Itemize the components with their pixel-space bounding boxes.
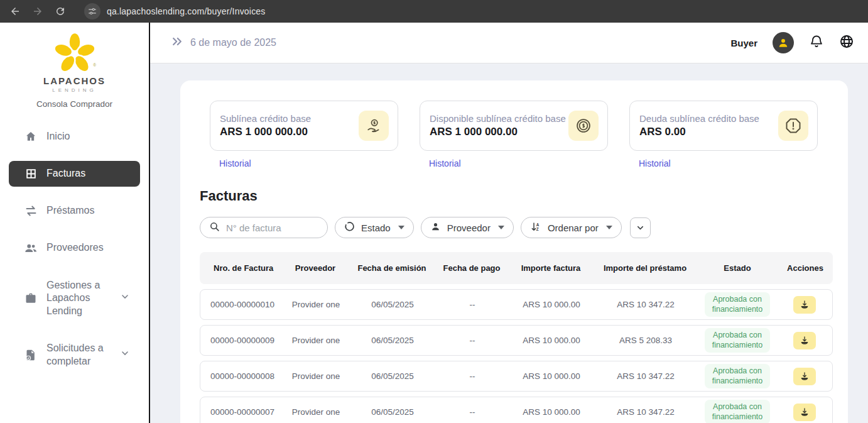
payment-date: -- xyxy=(435,336,509,345)
download-icon xyxy=(800,300,810,310)
invoice-search[interactable] xyxy=(200,217,328,238)
status-badge: Aprobada con financiamiento xyxy=(705,292,770,317)
table-row: 00000-00000008 Provider one 06/05/2025 -… xyxy=(200,361,833,392)
loan-amount: ARS 10 347.22 xyxy=(594,300,698,309)
col-header: Proveedor xyxy=(281,263,349,273)
search-icon xyxy=(209,221,220,234)
provider: Provider one xyxy=(282,300,350,309)
payment-date: -- xyxy=(435,371,509,381)
historial-link[interactable]: Historial xyxy=(219,158,251,168)
chevron-down-icon xyxy=(636,223,645,233)
forward-icon[interactable] xyxy=(31,5,44,18)
lapachos-flower-icon: ® xyxy=(52,33,98,74)
sidebar-item-inicio[interactable]: Inicio xyxy=(9,124,140,150)
main-panel: Sublínea crédito base ARS 1 000 000.00 H… xyxy=(180,80,848,423)
estado-filter[interactable]: Estado xyxy=(335,217,414,238)
svg-text:®: ® xyxy=(93,63,96,67)
sidebar-item-gestiones[interactable]: Gestiones a Lapachos Lending xyxy=(9,273,140,324)
historial-link[interactable]: Historial xyxy=(429,158,461,168)
issue-date: 06/05/2025 xyxy=(350,300,435,309)
debt-card: Deuda sublínea crédito base ARS 0.00 xyxy=(629,101,818,151)
download-button[interactable] xyxy=(793,332,816,349)
logo-subtitle: LENDING xyxy=(0,87,149,93)
sidebar-item-label: Facturas xyxy=(46,167,85,180)
historial-link[interactable]: Historial xyxy=(639,158,671,168)
estado-label: Estado xyxy=(361,222,391,233)
site-settings-icon[interactable] xyxy=(84,3,100,19)
table-row: 00000-00000010 Provider one 06/05/2025 -… xyxy=(200,289,833,320)
logo: ® LAPACHOS LENDING Consola Comprador xyxy=(0,33,149,109)
status-circle-icon xyxy=(344,221,355,234)
current-date: 6 de mayo de 2025 xyxy=(190,37,276,48)
sidebar-item-label: Préstamos xyxy=(46,204,94,217)
status-badge: Aprobada con financiamiento xyxy=(705,400,770,423)
sidebar-item-facturas[interactable]: Facturas xyxy=(9,161,140,187)
caret-down-icon xyxy=(398,226,404,229)
download-button[interactable] xyxy=(793,368,816,385)
caret-down-icon xyxy=(498,226,504,229)
alert-octagon-icon xyxy=(778,111,808,141)
invoice-amount: ARS 10 000.00 xyxy=(509,300,594,309)
expand-filters-button[interactable] xyxy=(630,217,651,238)
status-badge: Aprobada con financiamiento xyxy=(705,328,770,353)
provider: Provider one xyxy=(282,371,350,381)
download-icon xyxy=(800,407,810,417)
card-title: Sublínea crédito base xyxy=(220,113,311,124)
available-credit-card: Disponible sublínea crédito base ARS 1 0… xyxy=(420,101,608,151)
proveedor-filter[interactable]: Proveedor xyxy=(421,217,514,238)
sidebar-item-solicitudes[interactable]: Solicitudes a completar xyxy=(9,336,140,375)
download-button[interactable] xyxy=(793,296,816,314)
provider: Provider one xyxy=(282,407,350,417)
download-button[interactable] xyxy=(793,404,816,421)
home-icon xyxy=(24,130,38,143)
col-header: Importe del préstamo xyxy=(593,263,697,273)
download-icon xyxy=(800,336,810,346)
invoice-amount: ARS 10 000.00 xyxy=(509,407,594,417)
search-input[interactable] xyxy=(226,222,318,233)
sort-az-icon: AZ xyxy=(530,221,541,234)
table-header: Nro. de Factura Proveedor Fecha de emisi… xyxy=(200,252,833,284)
summary-cards: Sublínea crédito base ARS 1 000 000.00 H… xyxy=(200,101,833,169)
invoice-number: 00000-00000009 xyxy=(200,336,282,345)
sidebar-item-label: Gestiones a Lapachos Lending xyxy=(46,279,111,318)
ordenar-filter[interactable]: AZ Ordenar por xyxy=(521,217,622,238)
table-row: 00000-00000009 Provider one 06/05/2025 -… xyxy=(200,325,833,356)
reload-icon[interactable] xyxy=(54,5,67,18)
sidebar-nav: Inicio Facturas Préstamos Proveedores xyxy=(0,124,149,375)
coin-icon xyxy=(568,111,599,141)
invoice-number: 00000-00000010 xyxy=(200,300,282,309)
invoice-amount: ARS 10 000.00 xyxy=(509,371,594,381)
person-icon xyxy=(430,221,441,234)
collapse-sidebar-icon[interactable] xyxy=(171,35,183,50)
filters-bar: Estado Proveedor AZ Ord xyxy=(200,217,833,238)
top-header: 6 de mayo de 2025 Buyer xyxy=(150,23,868,63)
col-header: Importe factura xyxy=(509,263,593,273)
col-header: Fecha de emisión xyxy=(349,263,435,273)
content-area: Sublínea crédito base ARS 1 000 000.00 H… xyxy=(150,63,868,423)
sidebar-item-prestamos[interactable]: Préstamos xyxy=(9,198,140,224)
url-bar[interactable]: qa.lapachoslending.com/buyer/Invoices xyxy=(107,6,266,16)
col-header: Acciones xyxy=(778,263,833,273)
table-row: 00000-00000007 Provider one 06/05/2025 -… xyxy=(200,397,833,423)
loan-amount: ARS 10 347.22 xyxy=(594,407,698,417)
avatar[interactable] xyxy=(773,32,794,53)
loan-amount: ARS 5 208.33 xyxy=(594,336,698,345)
logo-name: LAPACHOS xyxy=(0,75,149,86)
issue-date: 06/05/2025 xyxy=(350,407,435,417)
browser-toolbar: qa.lapachoslending.com/buyer/Invoices xyxy=(0,0,868,23)
document-check-icon xyxy=(24,349,38,361)
back-icon[interactable] xyxy=(9,5,21,18)
sidebar-item-proveedores[interactable]: Proveedores xyxy=(9,235,140,261)
payment-date: -- xyxy=(435,407,509,417)
col-header: Nro. de Factura xyxy=(200,263,281,273)
col-header: Fecha de pago xyxy=(435,263,509,273)
issue-date: 06/05/2025 xyxy=(350,336,435,345)
sidebar-item-label: Proveedores xyxy=(46,241,104,255)
invoice-number: 00000-00000008 xyxy=(200,371,282,381)
notifications-bell-icon[interactable] xyxy=(809,34,824,52)
language-globe-icon[interactable] xyxy=(839,34,854,52)
invoice-amount: ARS 10 000.00 xyxy=(509,336,594,345)
payment-date: -- xyxy=(435,300,509,309)
proveedor-label: Proveedor xyxy=(447,222,491,233)
sidebar: ® LAPACHOS LENDING Consola Comprador Ini… xyxy=(0,23,150,423)
